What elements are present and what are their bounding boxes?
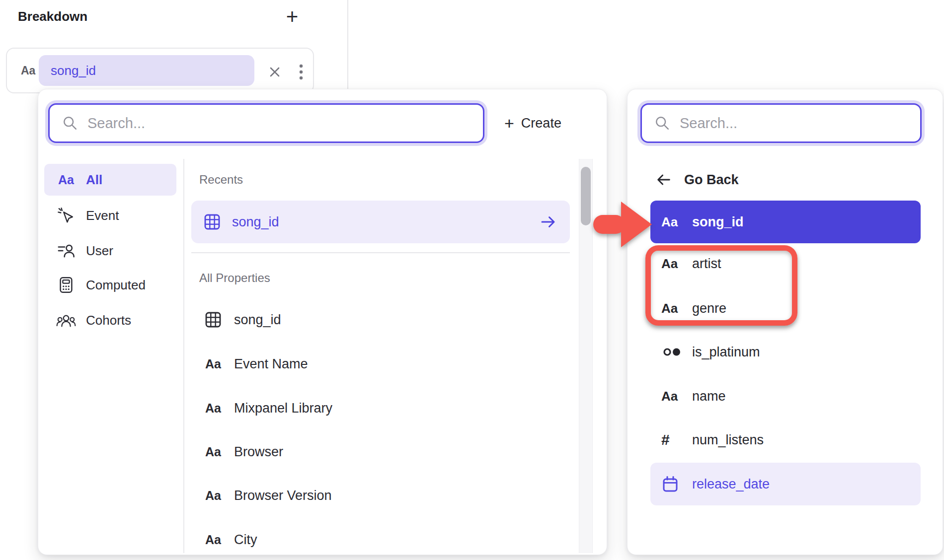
category-tab-user[interactable]: User — [44, 235, 176, 267]
category-tab-event[interactable]: Event — [44, 200, 176, 231]
column-divider — [347, 0, 348, 91]
text-type-icon: Aa — [203, 445, 223, 459]
property-detail-panel: Go Back Aa song_id Aa artist Aa genre is… — [627, 89, 943, 555]
number-type-icon: # — [661, 431, 683, 448]
detail-search-input[interactable] — [680, 115, 920, 132]
text-type-icon: Aa — [661, 214, 683, 230]
arrow-left-icon — [655, 171, 672, 188]
calendar-icon — [661, 475, 683, 493]
event-cursor-icon — [56, 206, 76, 225]
go-back-button[interactable]: Go Back — [655, 165, 739, 195]
cohorts-people-icon — [56, 311, 76, 330]
text-type-icon: Aa — [661, 301, 683, 316]
detail-row-genre[interactable]: Aa genre — [650, 287, 921, 330]
detail-row-name[interactable]: Aa name — [650, 375, 921, 418]
category-list-divider — [183, 159, 184, 553]
drill-in-arrow-icon[interactable] — [539, 213, 557, 231]
property-row-event-name[interactable]: Aa Event Name — [191, 348, 570, 380]
all-properties-heading: All Properties — [199, 271, 270, 285]
text-type-icon: Aa — [203, 489, 223, 503]
close-icon — [268, 65, 282, 79]
property-search-box — [48, 103, 484, 143]
text-type-icon: Aa — [661, 256, 683, 272]
detail-row-num-listens[interactable]: # num_listens — [650, 419, 921, 461]
detail-search-box — [640, 103, 922, 143]
table-grid-icon — [203, 311, 223, 329]
chip-label: song_id — [51, 63, 96, 78]
detail-row-artist[interactable]: Aa artist — [650, 242, 921, 285]
breakdown-chip-card: Aa song_id — [6, 48, 314, 93]
detail-row-is-platinum[interactable]: is_platinum — [650, 331, 921, 373]
section-divider — [191, 252, 570, 253]
text-type-icon: Aa — [661, 389, 683, 404]
create-property-button[interactable]: + Create — [504, 107, 561, 139]
kebab-menu-icon — [299, 64, 303, 80]
category-tab-computed[interactable]: Computed — [44, 269, 176, 301]
add-breakdown-button[interactable]: + — [279, 4, 305, 30]
plus-icon: + — [286, 5, 299, 29]
plus-icon: + — [504, 115, 514, 132]
remove-chip-button[interactable] — [263, 61, 286, 83]
screen: Breakdown + Aa song_id + Create Aa All — [0, 0, 944, 560]
scrollbar-track[interactable] — [579, 159, 593, 553]
chip-options-button[interactable] — [290, 61, 312, 83]
search-icon — [62, 115, 79, 132]
text-type-icon: Aa — [56, 173, 76, 187]
detail-row-song-id-selected[interactable]: Aa song_id — [650, 201, 921, 243]
property-row-browser[interactable]: Aa Browser — [191, 435, 570, 468]
category-tab-cohorts[interactable]: Cohorts — [44, 304, 176, 336]
category-tab-all[interactable]: Aa All — [44, 164, 176, 196]
recent-item-song-id[interactable]: song_id — [191, 201, 570, 243]
text-type-icon: Aa — [203, 401, 223, 416]
property-row-browser-version[interactable]: Aa Browser Version — [191, 479, 570, 512]
recents-heading: Recents — [199, 173, 243, 187]
breakdown-property-chip[interactable]: song_id — [39, 55, 254, 86]
user-list-icon — [56, 241, 76, 260]
text-type-icon: Aa — [203, 357, 223, 371]
text-type-icon: Aa — [21, 49, 35, 92]
text-type-icon: Aa — [203, 533, 223, 547]
property-row-city[interactable]: Aa City — [191, 523, 570, 556]
detail-row-release-date[interactable]: release_date — [650, 463, 921, 505]
property-row-song-id[interactable]: song_id — [191, 303, 570, 336]
boolean-type-icon — [661, 345, 683, 359]
scrollbar-thumb[interactable] — [581, 167, 591, 225]
breakdown-section-title: Breakdown — [18, 9, 87, 24]
table-grid-icon — [203, 213, 221, 231]
calculator-icon — [56, 276, 76, 294]
property-row-mixpanel-library[interactable]: Aa Mixpanel Library — [191, 392, 570, 424]
search-icon — [654, 115, 671, 132]
property-search-input[interactable] — [87, 115, 483, 132]
property-picker-panel: + Create Aa All Event User Computed — [38, 89, 607, 555]
